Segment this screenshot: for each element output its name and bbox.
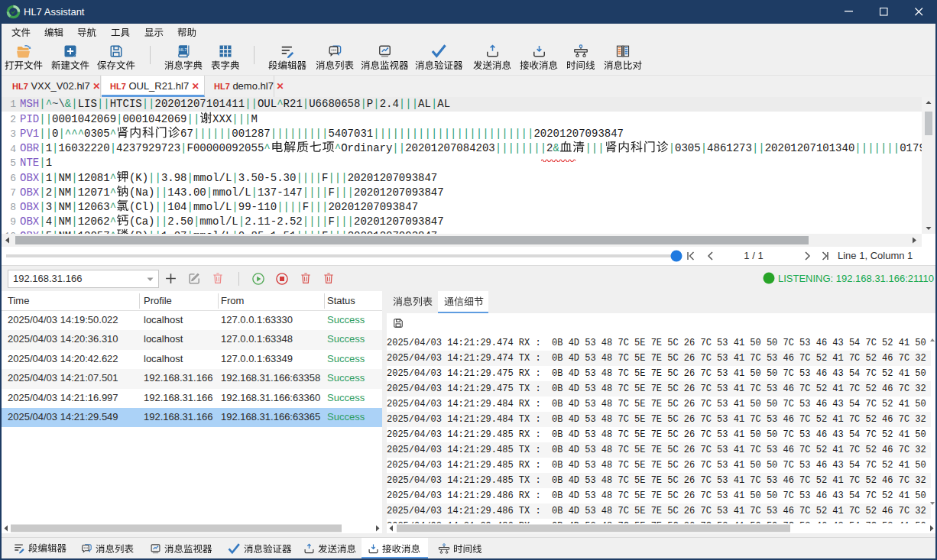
svg-text:HL7: HL7 — [179, 47, 187, 52]
